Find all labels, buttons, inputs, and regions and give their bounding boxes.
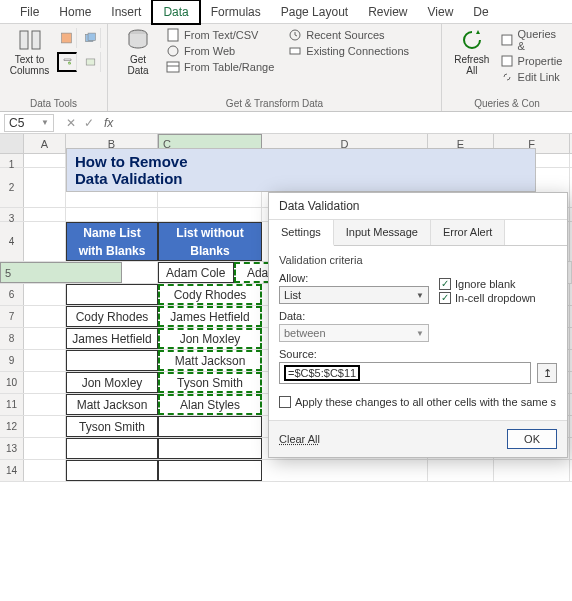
group-label-queries: Queries & Con xyxy=(448,96,566,109)
table-cell[interactable] xyxy=(66,284,158,305)
apply-same-settings-checkbox[interactable]: Apply these changes to all other cells w… xyxy=(279,396,557,408)
svg-rect-10 xyxy=(167,62,179,72)
flash-fill-button[interactable] xyxy=(57,28,77,48)
recent-sources-button[interactable]: Recent Sources xyxy=(288,28,409,42)
consolidate-button[interactable] xyxy=(81,52,101,72)
tab-review[interactable]: Review xyxy=(358,1,417,23)
col-header-A[interactable]: A xyxy=(24,134,66,153)
table-cell[interactable]: James Hetfield xyxy=(158,306,262,327)
remove-duplicates-button[interactable] xyxy=(81,28,101,48)
table-cell[interactable]: Adam Cole xyxy=(158,262,234,283)
table-header[interactable]: Name List with Blanks xyxy=(66,222,158,261)
tab-settings[interactable]: Settings xyxy=(269,220,334,246)
queries-icon xyxy=(500,33,514,47)
file-icon xyxy=(166,28,180,42)
fx-icon[interactable]: fx xyxy=(104,116,119,130)
table-cell[interactable]: Jon Moxley xyxy=(66,372,158,393)
table-cell[interactable] xyxy=(158,460,262,481)
ok-button[interactable]: OK xyxy=(507,429,557,449)
allow-select[interactable]: List▼ xyxy=(279,286,429,304)
name-box[interactable]: C5▼ xyxy=(4,114,54,132)
svg-point-9 xyxy=(168,46,178,56)
svg-rect-1 xyxy=(32,31,40,49)
table-cell[interactable]: Tyson Smith xyxy=(66,416,158,437)
tab-view[interactable]: View xyxy=(418,1,464,23)
table-header[interactable]: List without Blanks xyxy=(158,222,262,261)
table-cell[interactable]: Matt Jackson xyxy=(158,350,262,371)
link-icon xyxy=(500,70,514,84)
data-select[interactable]: between▼ xyxy=(279,324,429,342)
cancel-formula-icon[interactable]: ✕ xyxy=(66,116,76,130)
group-label-data-tools: Data Tools xyxy=(6,96,101,109)
source-input[interactable]: =$C$5:$C$11 xyxy=(279,362,531,384)
text-to-columns-icon xyxy=(18,28,42,52)
collapse-dialog-button[interactable]: ↥ xyxy=(537,363,557,383)
data-validation-button[interactable] xyxy=(57,52,77,72)
ribbon-tabs: File Home Insert Data Formulas Page Layo… xyxy=(0,0,572,24)
refresh-icon xyxy=(460,28,484,52)
ribbon-group-data-tools: Text to Columns Data Tools xyxy=(0,24,108,111)
allow-label: Allow: xyxy=(279,272,429,284)
in-cell-dropdown-checkbox[interactable]: ✓In-cell dropdown xyxy=(439,292,536,304)
table-cell[interactable]: Jon Moxley xyxy=(158,328,262,349)
dialog-title: Data Validation xyxy=(269,193,567,220)
table-cell[interactable]: Tyson Smith xyxy=(158,372,262,393)
table-cell[interactable]: James Hetfield xyxy=(66,328,158,349)
get-data-button[interactable]: Get Data xyxy=(114,28,162,76)
ignore-blank-checkbox[interactable]: ✓Ignore blank xyxy=(439,278,536,290)
table-cell[interactable] xyxy=(66,438,158,459)
data-label: Data: xyxy=(279,310,557,322)
accept-formula-icon[interactable]: ✓ xyxy=(84,116,94,130)
from-table-range-button[interactable]: From Table/Range xyxy=(166,60,274,74)
table-cell[interactable] xyxy=(66,460,158,481)
table-cell[interactable] xyxy=(158,438,262,459)
queries-connections-button[interactable]: Queries & xyxy=(500,28,566,52)
formula-bar: C5▼ ✕ ✓ fx xyxy=(0,112,572,134)
svg-rect-2 xyxy=(62,33,72,43)
ribbon-group-get-transform: Get Data From Text/CSV From Web From Tab… xyxy=(108,24,442,111)
table-cell[interactable]: Alan Styles xyxy=(158,394,262,415)
svg-rect-8 xyxy=(168,29,178,41)
connections-icon xyxy=(288,44,302,58)
ribbon-group-queries: Refresh All Queries & Propertie Edit Lin… xyxy=(442,24,572,111)
properties-button[interactable]: Propertie xyxy=(500,54,566,68)
clear-all-button[interactable]: Clear All xyxy=(279,433,320,445)
table-cell[interactable]: Cody Rhodes xyxy=(158,284,262,305)
group-label-get-transform: Get & Transform Data xyxy=(114,96,435,109)
svg-rect-4 xyxy=(88,33,95,40)
tab-error-alert[interactable]: Error Alert xyxy=(431,220,506,245)
table-cell[interactable] xyxy=(158,416,262,437)
svg-rect-15 xyxy=(502,56,512,66)
text-to-columns-button[interactable]: Text to Columns xyxy=(6,28,53,76)
source-label: Source: xyxy=(279,348,557,360)
from-text-csv-button[interactable]: From Text/CSV xyxy=(166,28,274,42)
globe-icon xyxy=(166,44,180,58)
tab-file[interactable]: File xyxy=(10,1,49,23)
table-cell[interactable]: Matt Jackson xyxy=(66,394,158,415)
svg-rect-14 xyxy=(502,35,512,45)
chevron-down-icon: ▼ xyxy=(416,291,424,300)
tab-data[interactable]: Data xyxy=(151,0,200,25)
title-merged-cell[interactable]: How to Remove Data Validation xyxy=(66,148,536,192)
tab-home[interactable]: Home xyxy=(49,1,101,23)
svg-rect-13 xyxy=(290,48,300,54)
select-all-corner[interactable] xyxy=(0,134,24,153)
tab-formulas[interactable]: Formulas xyxy=(201,1,271,23)
get-data-icon xyxy=(126,28,150,52)
tab-insert[interactable]: Insert xyxy=(101,1,151,23)
table-cell[interactable] xyxy=(66,350,158,371)
chevron-down-icon: ▼ xyxy=(41,118,49,127)
chevron-down-icon: ▼ xyxy=(416,329,424,338)
validation-criteria-label: Validation criteria xyxy=(279,254,557,266)
refresh-all-button[interactable]: Refresh All xyxy=(448,28,496,76)
table-icon xyxy=(166,60,180,74)
tab-developer[interactable]: De xyxy=(463,1,498,23)
edit-links-button[interactable]: Edit Link xyxy=(500,70,566,84)
svg-rect-0 xyxy=(20,31,28,49)
tab-input-message[interactable]: Input Message xyxy=(334,220,431,245)
tab-page-layout[interactable]: Page Layout xyxy=(271,1,358,23)
table-cell[interactable]: Cody Rhodes xyxy=(66,306,158,327)
existing-connections-button[interactable]: Existing Connections xyxy=(288,44,409,58)
from-web-button[interactable]: From Web xyxy=(166,44,274,58)
svg-rect-6 xyxy=(86,59,95,65)
